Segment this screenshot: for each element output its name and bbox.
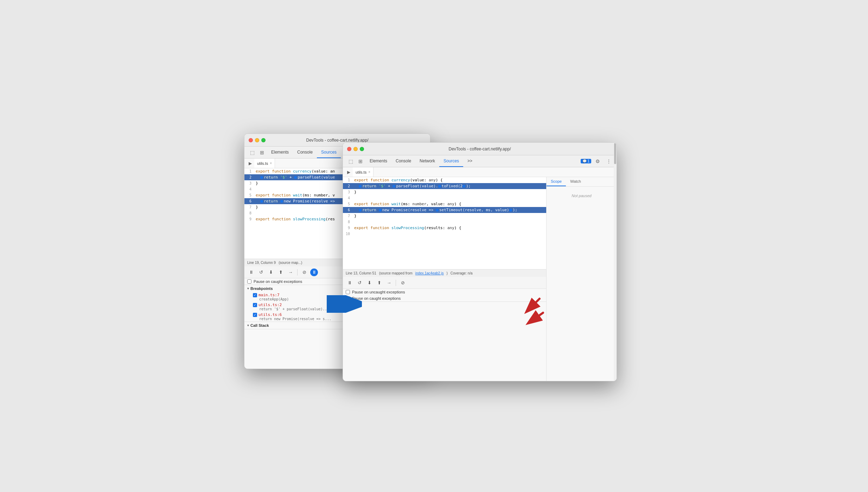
step-back-btn-2[interactable]: ↺ (356, 279, 363, 287)
close-button-2[interactable] (347, 147, 351, 151)
file-tab-name-2: utils.ts (356, 170, 366, 174)
inspector-icon-2[interactable]: ⬚ (346, 155, 356, 167)
file-tab-utils-2[interactable]: utils.ts × (353, 167, 374, 177)
line-num-2-10: 10 (343, 231, 353, 237)
status-link-2[interactable]: index.1ac4eab2.js (415, 271, 444, 275)
status-position-1: Line 19, Column 9 (247, 261, 276, 265)
status-source-2: (source mapped from (379, 271, 413, 275)
more-icon-2[interactable]: ⋮ (604, 158, 614, 164)
window-title-1: DevTools - coffee-cart.netlify.app/ (306, 138, 369, 143)
deactivate-btn-2[interactable]: ⊘ (399, 279, 407, 287)
title-bar-2: DevTools - coffee-cart.netlify.app/ (343, 143, 617, 155)
exceptions-section-2: Pause on uncaught exceptions Pause on ca… (343, 289, 546, 302)
traffic-lights-2 (347, 147, 364, 151)
file-tab-utils-1[interactable]: utils.ts × (254, 158, 275, 168)
device-icon-1[interactable]: ⊞ (257, 147, 267, 158)
step-out-btn-2[interactable]: ⬆ (375, 279, 383, 287)
step-out-btn-1[interactable]: ⬆ (277, 268, 285, 276)
close-button-1[interactable] (249, 138, 253, 142)
tab-network-2[interactable]: Network (415, 155, 439, 167)
svg-line-5 (529, 313, 543, 323)
debugger-toolbar-2: ⏸ ↺ ⬇ ⬆ → ⊘ (343, 277, 546, 289)
file-close-2[interactable]: × (368, 170, 370, 174)
code-line-2-9: 9 export function slowProcessing(results… (343, 225, 546, 231)
line-num-2-8: 8 (343, 219, 353, 225)
breakpoints-title-1: Breakpoints (250, 286, 273, 291)
bp-file-2: utils.ts:2 (259, 303, 282, 307)
pause-uncaught-row[interactable]: Pause on uncaught exceptions (343, 289, 546, 295)
call-stack-arrow-1: ▾ (247, 324, 249, 327)
step-back-btn-1[interactable]: ↺ (257, 268, 265, 276)
pause-caught-checkbox-1[interactable] (247, 279, 251, 284)
maximize-button-1[interactable] (261, 138, 266, 142)
pause-resume-btn-1[interactable]: ⏸ (247, 268, 255, 276)
pause-uncaught-checkbox[interactable] (346, 290, 350, 294)
not-paused-right: Not paused (547, 194, 617, 198)
bottom-panel-2: Pause on uncaught exceptions Pause on ca… (343, 289, 546, 381)
maximize-button-2[interactable] (360, 147, 364, 151)
line-num-6: 6 (244, 198, 254, 204)
code-content-2-6: return new Promise(resolve => setTimeout… (353, 207, 546, 213)
pause-resume-btn-2[interactable]: ⏸ (346, 279, 353, 287)
code-line-2-8: 8 (343, 219, 546, 225)
watch-tab[interactable]: Watch (566, 177, 585, 186)
code-line-2-7: 7 } (343, 213, 546, 219)
bp-checked-3: ✓ (253, 313, 257, 317)
device-icon-2[interactable]: ⊞ (356, 155, 365, 167)
continue-btn-2[interactable]: → (385, 279, 393, 287)
minimize-button-2[interactable] (353, 147, 358, 151)
status-coverage-2: Coverage: n/a (451, 271, 473, 275)
inspector-icon-1[interactable]: ⬚ (247, 147, 257, 158)
traffic-lights-1 (249, 138, 266, 142)
tab-extras-2: 💬 1 ⚙ ⋮ (581, 155, 617, 167)
continue-btn-1[interactable]: → (287, 268, 294, 276)
tab-sources-2[interactable]: Sources (439, 155, 463, 167)
tab-elements-2[interactable]: Elements (365, 155, 391, 167)
badge-count: 1 (587, 159, 589, 163)
line-num-2-2: 2 (343, 183, 353, 189)
status-bar-2: Line 13, Column 51 (source mapped from i… (343, 269, 546, 277)
file-tab-name-1: utils.ts (257, 161, 268, 166)
code-line-2-4: 4 (343, 195, 546, 201)
line-num-2-9: 9 (343, 225, 353, 231)
line-num-7: 7 (244, 204, 254, 210)
right-panel-2: Scope Watch Not paused (546, 177, 617, 381)
line-num-2-1: 1 (343, 177, 353, 183)
red-arrow-2 (522, 309, 550, 328)
pause-caught-label-1: Pause on caught exceptions (254, 279, 302, 284)
code-line-2-10: 10 (343, 231, 546, 237)
pause-uncaught-label: Pause on uncaught exceptions (352, 290, 405, 294)
minimize-button-1[interactable] (255, 138, 259, 142)
code-content-2-3: } (353, 189, 546, 195)
code-content-2-2: return '$' + parseFloat(value).toFixed(2… (353, 183, 546, 189)
tab-console-1[interactable]: Console (293, 147, 317, 158)
file-navigator-icon[interactable]: ▶ (246, 158, 254, 168)
line-num-2-7: 7 (343, 213, 353, 219)
code-content-2-1: export function currency(value: any) { (353, 177, 546, 183)
code-line-2-1: 1 export function currency(value: any) { (343, 177, 546, 183)
line-num-2-6: 6 (343, 207, 353, 213)
file-navigator-icon-2[interactable]: ▶ (344, 167, 353, 177)
step-over-btn-1[interactable]: ⬇ (267, 268, 275, 276)
step-over-btn-2[interactable]: ⬇ (365, 279, 373, 287)
pause-caught-row-2[interactable]: Pause on caught exceptions (343, 295, 546, 302)
tab-console-2[interactable]: Console (391, 155, 415, 167)
scope-tab[interactable]: Scope (547, 177, 566, 186)
tab-sources-1[interactable]: Sources (317, 147, 341, 158)
code-editor-2[interactable]: 1 export function currency(value: any) {… (343, 177, 546, 269)
breakpoints-arrow-1: ▾ (247, 287, 249, 290)
messages-badge[interactable]: 💬 1 (581, 159, 591, 163)
scrollbar-2[interactable] (614, 143, 617, 381)
tab-more-2[interactable]: >> (463, 155, 477, 167)
bp-file-1: main.ts:7 (259, 293, 280, 297)
code-content-2-5: export function wait(ms: number, value: … (353, 201, 546, 207)
deactivate-btn-1[interactable]: ⊘ (300, 268, 308, 276)
toolbar-divider-2 (396, 280, 396, 286)
line-num-8: 8 (244, 210, 254, 216)
bp-checked-2: ✓ (253, 303, 257, 307)
scrollbar-thumb-2[interactable] (614, 143, 616, 164)
step-into-btn-1[interactable]: ⏸ (310, 268, 318, 276)
file-close-1[interactable]: × (270, 161, 272, 165)
tab-elements-1[interactable]: Elements (267, 147, 293, 158)
settings-icon-2[interactable]: ⚙ (593, 158, 602, 164)
